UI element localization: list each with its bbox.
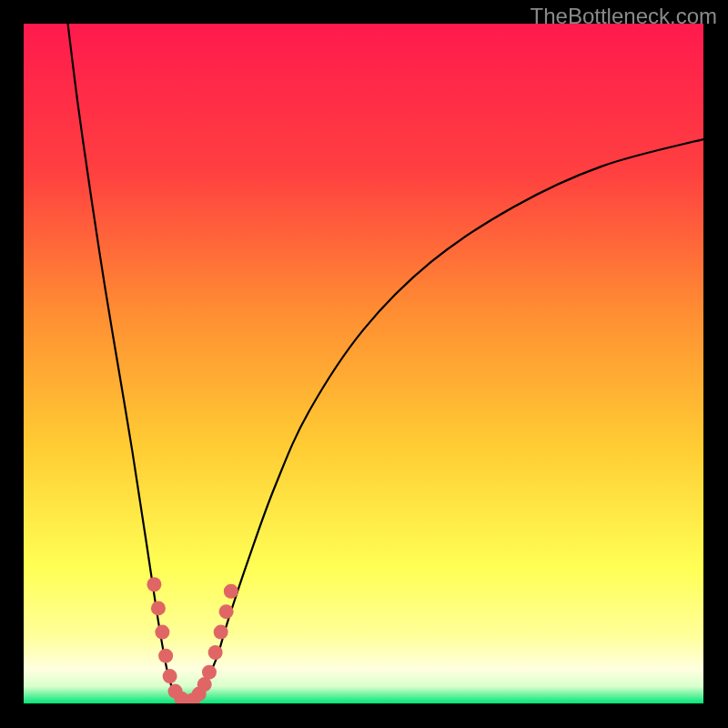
data-point-1 <box>151 601 166 615</box>
data-point-12 <box>208 645 223 660</box>
chart-frame: TheBottleneck.com <box>0 0 728 728</box>
data-point-0 <box>147 577 161 592</box>
bottleneck-plot <box>24 24 703 703</box>
data-point-11 <box>202 665 217 680</box>
data-point-2 <box>155 625 169 640</box>
gradient-background <box>24 24 703 703</box>
data-point-13 <box>214 625 228 640</box>
data-point-3 <box>158 649 173 663</box>
data-point-4 <box>163 669 177 683</box>
data-point-14 <box>219 604 234 619</box>
watermark-text: TheBottleneck.com <box>531 4 717 29</box>
data-point-15 <box>224 584 238 599</box>
